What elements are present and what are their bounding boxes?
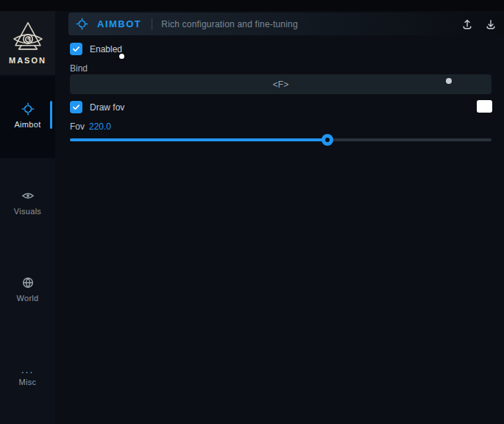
header-actions bbox=[461, 18, 497, 30]
mason-pyramid-eye-logo-icon bbox=[10, 21, 46, 53]
fov-slider-fill bbox=[70, 138, 327, 141]
brand-name: MASON bbox=[9, 56, 46, 65]
sidebar-item-world[interactable]: World bbox=[0, 276, 55, 303]
eye-icon bbox=[21, 189, 35, 202]
crosshair-icon bbox=[21, 102, 35, 116]
page-title: AIMBOT bbox=[97, 18, 141, 29]
sidebar-item-aimbot[interactable]: Aimbot bbox=[0, 102, 55, 129]
page-subtitle: Rich configuration and fine-tuning bbox=[161, 19, 298, 29]
fov-slider-thumb[interactable] bbox=[322, 134, 333, 146]
enabled-checkbox[interactable] bbox=[70, 43, 82, 55]
fov-label-row: Fov 220.0 bbox=[70, 121, 111, 132]
globe-icon bbox=[21, 276, 35, 289]
enabled-row: Enabled bbox=[70, 43, 122, 55]
sidebar-item-misc[interactable]: ... Misc bbox=[0, 366, 55, 386]
sidebar-item-label: World bbox=[16, 294, 38, 303]
download-icon[interactable] bbox=[485, 18, 497, 30]
bind-label: Bind bbox=[70, 63, 88, 74]
logo-block: MASON bbox=[0, 11, 55, 74]
check-icon bbox=[72, 103, 80, 111]
upload-icon[interactable] bbox=[461, 18, 473, 30]
check-icon bbox=[72, 45, 80, 53]
fov-slider[interactable] bbox=[70, 138, 491, 141]
sidebar: MASON Aimbot Visuals World bbox=[0, 11, 55, 424]
section-header: AIMBOT Rich configuration and fine-tunin… bbox=[68, 13, 504, 35]
draw-fov-label: Draw fov bbox=[90, 102, 124, 113]
fov-label: Fov bbox=[70, 121, 85, 132]
sidebar-item-label: Visuals bbox=[14, 207, 41, 216]
window-top-strip bbox=[0, 0, 504, 11]
bind-key-input[interactable] bbox=[70, 74, 491, 94]
fov-value: 220.0 bbox=[89, 121, 111, 132]
draw-fov-checkbox[interactable] bbox=[70, 101, 82, 113]
main-content: AIMBOT Rich configuration and fine-tunin… bbox=[55, 11, 504, 424]
enabled-label: Enabled bbox=[90, 44, 122, 54]
sidebar-item-label: Aimbot bbox=[14, 120, 40, 129]
small-gray-dot bbox=[446, 78, 452, 84]
mouse-cursor-dot bbox=[119, 54, 124, 59]
header-divider bbox=[152, 18, 152, 30]
draw-fov-row: Draw fov bbox=[70, 101, 124, 113]
sidebar-item-visuals[interactable]: Visuals bbox=[0, 189, 55, 216]
crosshair-icon bbox=[76, 18, 88, 30]
ellipsis-icon: ... bbox=[21, 366, 35, 373]
mason-app-window: MASON Aimbot Visuals World bbox=[0, 0, 504, 424]
sidebar-item-label: Misc bbox=[19, 378, 37, 386]
fov-color-swatch[interactable] bbox=[477, 100, 492, 113]
